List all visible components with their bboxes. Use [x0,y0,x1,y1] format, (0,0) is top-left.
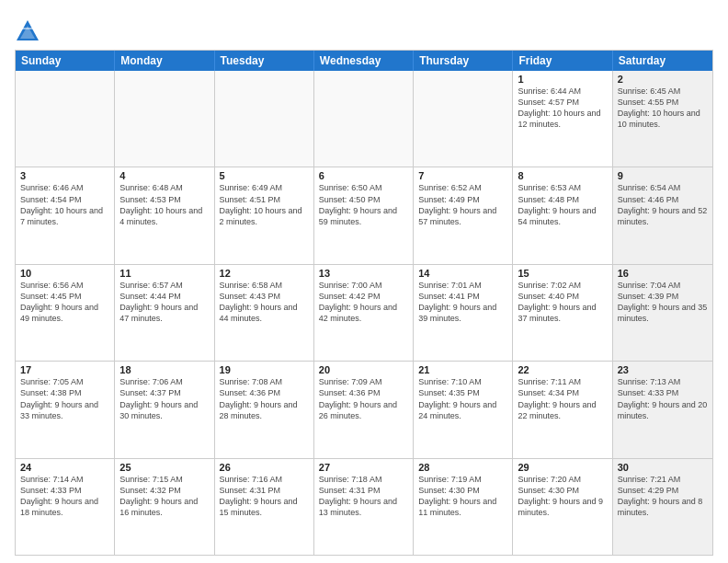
day-number: 1 [518,74,607,85]
calendar-week-1: 1Sunrise: 6:44 AM Sunset: 4:57 PM Daylig… [16,71,712,167]
day-detail: Sunrise: 7:08 AM Sunset: 4:36 PM Dayligh… [220,376,309,421]
calendar-cell: 20Sunrise: 7:09 AM Sunset: 4:36 PM Dayli… [314,362,414,457]
calendar-cell: 8Sunrise: 6:53 AM Sunset: 4:48 PM Daylig… [513,167,612,263]
day-detail: Sunrise: 6:45 AM Sunset: 4:55 PM Dayligh… [618,86,708,131]
calendar-cell: 21Sunrise: 7:10 AM Sunset: 4:35 PM Dayli… [414,362,513,457]
day-detail: Sunrise: 6:49 AM Sunset: 4:51 PM Dayligh… [220,182,309,227]
calendar-cell: 16Sunrise: 7:04 AM Sunset: 4:39 PM Dayli… [613,265,712,361]
calendar-header-row: SundayMondayTuesdayWednesdayThursdayFrid… [16,51,712,71]
day-detail: Sunrise: 6:54 AM Sunset: 4:46 PM Dayligh… [618,182,708,227]
day-detail: Sunrise: 7:15 AM Sunset: 4:32 PM Dayligh… [119,474,209,519]
calendar-cell [414,71,513,167]
calendar-cell [16,71,115,167]
calendar-cell: 19Sunrise: 7:08 AM Sunset: 4:36 PM Dayli… [215,362,314,457]
calendar-cell: 14Sunrise: 7:01 AM Sunset: 4:41 PM Dayli… [414,265,513,361]
calendar-cell: 28Sunrise: 7:19 AM Sunset: 4:30 PM Dayli… [414,459,513,555]
day-detail: Sunrise: 7:18 AM Sunset: 4:31 PM Dayligh… [319,474,408,519]
calendar-cell: 29Sunrise: 7:20 AM Sunset: 4:30 PM Dayli… [513,459,612,555]
calendar-cell: 24Sunrise: 7:14 AM Sunset: 4:33 PM Dayli… [16,459,115,555]
calendar-cell: 30Sunrise: 7:21 AM Sunset: 4:29 PM Dayli… [613,459,712,555]
day-detail: Sunrise: 7:11 AM Sunset: 4:34 PM Dayligh… [518,376,607,421]
day-number: 7 [418,170,507,181]
calendar-cell: 7Sunrise: 6:52 AM Sunset: 4:49 PM Daylig… [414,167,513,263]
calendar-cell: 12Sunrise: 6:58 AM Sunset: 4:43 PM Dayli… [215,265,314,361]
day-number: 13 [319,268,408,279]
day-number: 16 [618,268,708,279]
day-number: 5 [220,170,309,181]
calendar-cell: 17Sunrise: 7:05 AM Sunset: 4:38 PM Dayli… [16,362,115,457]
day-detail: Sunrise: 6:44 AM Sunset: 4:57 PM Dayligh… [518,86,607,131]
day-number: 12 [220,268,309,279]
header-day-saturday: Saturday [613,51,712,71]
day-detail: Sunrise: 6:48 AM Sunset: 4:53 PM Dayligh… [119,182,209,227]
day-number: 6 [319,170,408,181]
calendar-body: 1Sunrise: 6:44 AM Sunset: 4:57 PM Daylig… [16,71,712,555]
logo-icon [15,18,40,44]
day-detail: Sunrise: 6:58 AM Sunset: 4:43 PM Dayligh… [220,280,309,325]
calendar-cell: 18Sunrise: 7:06 AM Sunset: 4:37 PM Dayli… [115,362,214,457]
day-number: 20 [319,364,408,375]
calendar-cell: 23Sunrise: 7:13 AM Sunset: 4:33 PM Dayli… [613,362,712,457]
day-number: 21 [418,364,507,375]
calendar-cell: 5Sunrise: 6:49 AM Sunset: 4:51 PM Daylig… [215,167,314,263]
day-number: 14 [418,268,507,279]
calendar-cell: 27Sunrise: 7:18 AM Sunset: 4:31 PM Dayli… [314,459,414,555]
day-number: 28 [418,462,507,473]
day-detail: Sunrise: 7:19 AM Sunset: 4:30 PM Dayligh… [418,474,507,519]
day-number: 22 [518,364,607,375]
day-detail: Sunrise: 6:57 AM Sunset: 4:44 PM Dayligh… [119,280,209,325]
calendar-cell: 2Sunrise: 6:45 AM Sunset: 4:55 PM Daylig… [613,71,712,167]
header-day-wednesday: Wednesday [314,51,414,71]
calendar-cell: 15Sunrise: 7:02 AM Sunset: 4:40 PM Dayli… [513,265,612,361]
calendar-cell: 26Sunrise: 7:16 AM Sunset: 4:31 PM Dayli… [215,459,314,555]
calendar-week-2: 3Sunrise: 6:46 AM Sunset: 4:54 PM Daylig… [16,167,712,263]
day-number: 29 [518,462,607,473]
calendar-cell: 10Sunrise: 6:56 AM Sunset: 4:45 PM Dayli… [16,265,115,361]
header-day-monday: Monday [115,51,214,71]
calendar-week-3: 10Sunrise: 6:56 AM Sunset: 4:45 PM Dayli… [16,264,712,361]
day-detail: Sunrise: 6:56 AM Sunset: 4:45 PM Dayligh… [20,280,109,325]
day-detail: Sunrise: 6:53 AM Sunset: 4:48 PM Dayligh… [518,182,607,227]
header [15,15,713,44]
calendar-week-4: 17Sunrise: 7:05 AM Sunset: 4:38 PM Dayli… [16,361,712,457]
day-number: 11 [119,268,209,279]
calendar-cell: 25Sunrise: 7:15 AM Sunset: 4:32 PM Dayli… [115,459,214,555]
header-day-friday: Friday [513,51,612,71]
day-detail: Sunrise: 7:10 AM Sunset: 4:35 PM Dayligh… [418,376,507,421]
header-day-thursday: Thursday [414,51,513,71]
calendar-cell: 1Sunrise: 6:44 AM Sunset: 4:57 PM Daylig… [513,71,612,167]
day-number: 17 [20,364,109,375]
header-day-sunday: Sunday [16,51,115,71]
day-detail: Sunrise: 7:16 AM Sunset: 4:31 PM Dayligh… [220,474,309,519]
logo [15,18,44,44]
calendar-week-5: 24Sunrise: 7:14 AM Sunset: 4:33 PM Dayli… [16,458,712,555]
day-number: 8 [518,170,607,181]
day-number: 18 [119,364,209,375]
day-detail: Sunrise: 7:06 AM Sunset: 4:37 PM Dayligh… [119,376,209,421]
day-number: 19 [220,364,309,375]
calendar-cell [115,71,214,167]
day-detail: Sunrise: 7:01 AM Sunset: 4:41 PM Dayligh… [418,280,507,325]
calendar-cell: 13Sunrise: 7:00 AM Sunset: 4:42 PM Dayli… [314,265,414,361]
calendar-cell: 3Sunrise: 6:46 AM Sunset: 4:54 PM Daylig… [16,167,115,263]
calendar-cell [215,71,314,167]
day-detail: Sunrise: 7:20 AM Sunset: 4:30 PM Dayligh… [518,474,607,519]
day-number: 9 [618,170,708,181]
day-number: 3 [20,170,109,181]
day-number: 24 [20,462,109,473]
calendar-cell: 11Sunrise: 6:57 AM Sunset: 4:44 PM Dayli… [115,265,214,361]
day-detail: Sunrise: 7:13 AM Sunset: 4:33 PM Dayligh… [618,376,708,421]
day-detail: Sunrise: 7:14 AM Sunset: 4:33 PM Dayligh… [20,474,109,519]
calendar-cell [314,71,414,167]
header-day-tuesday: Tuesday [215,51,314,71]
day-number: 26 [220,462,309,473]
calendar-cell: 9Sunrise: 6:54 AM Sunset: 4:46 PM Daylig… [613,167,712,263]
day-number: 30 [618,462,708,473]
day-number: 2 [618,74,708,85]
svg-rect-2 [22,28,33,29]
calendar-cell: 22Sunrise: 7:11 AM Sunset: 4:34 PM Dayli… [513,362,612,457]
day-detail: Sunrise: 6:50 AM Sunset: 4:50 PM Dayligh… [319,182,408,227]
day-number: 27 [319,462,408,473]
day-detail: Sunrise: 7:00 AM Sunset: 4:42 PM Dayligh… [319,280,408,325]
day-detail: Sunrise: 7:02 AM Sunset: 4:40 PM Dayligh… [518,280,607,325]
